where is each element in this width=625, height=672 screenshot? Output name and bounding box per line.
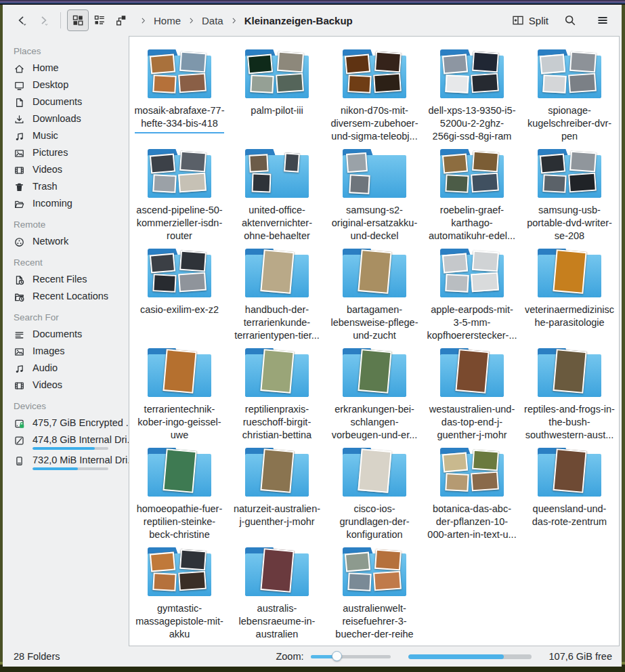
folder-name: westaustralien-und-das-top-end-j-guenthe… (423, 403, 521, 442)
breadcrumb-item-data[interactable]: Data (198, 14, 227, 28)
sidebar-item-home[interactable]: Home (12, 60, 129, 77)
folder-icon (538, 49, 601, 98)
folder-name: ascend-pipeline-50-kommerzieller-isdn-ro… (131, 204, 228, 243)
breadcrumb-item-home[interactable]: Home (150, 14, 184, 28)
photo-thumbnail (553, 448, 586, 493)
folder-icon (148, 49, 211, 98)
folder-item-spionage-kugelschreiber-dvr-pen[interactable]: spionage-kugelschreiber-dvr-pen (521, 46, 618, 146)
sidebar-item-732-0-mib-internal-dri-[interactable]: 732,0 MiB Internal Dri... (12, 452, 129, 472)
details-view-icon (93, 14, 106, 26)
folder-item-casio-exilim-ex-z2[interactable]: casio-exilim-ex-z2 (131, 245, 228, 345)
photo-thumbnail (358, 448, 391, 493)
folder-name: naturzeit-australien-j-guenther-j-mohr (228, 503, 326, 528)
folder-name: mosaik-abrafaxe-77-hefte-334-bis-418 (131, 104, 228, 130)
breadcrumb-item-kleinanzeigen-backup[interactable]: Kleinanzeigen-Backup (241, 14, 356, 28)
folder-name: australienwelt-reisefuehrer-3-buecher-de… (326, 602, 423, 641)
sidebar-item-recent-files[interactable]: Recent Files (12, 271, 129, 288)
breadcrumb-chevron-icon (230, 16, 238, 25)
sidebar-item-videos[interactable]: Videos (12, 377, 129, 394)
folder-name: palm-pilot-iii (247, 104, 306, 117)
folder-item-naturzeit-australien-j-guenther-j-mohr[interactable]: naturzeit-australien-j-guenther-j-mohr (228, 444, 326, 544)
photo-thumbnail (276, 73, 304, 93)
folder-item-gymtastic-massagepistole-mit-akku[interactable]: gymtastic-massagepistole-mit-akku (131, 544, 228, 644)
sidebar-item-trash[interactable]: Trash (12, 178, 129, 195)
sidebar-item-music[interactable]: Music (12, 127, 129, 144)
folder-item-bartagamen-lebensweise-pflege-und-zucht[interactable]: bartagamen-lebensweise-pflege-und-zucht (326, 245, 423, 345)
sidebar-item-pictures[interactable]: Pictures (12, 144, 129, 161)
folder-item-handbuch-der-terrarienkunde-terrarientypen-tier[interactable]: handbuch-der-terrarienkunde-terrarientyp… (228, 245, 326, 345)
downloads-icon (14, 114, 25, 125)
folder-item-apple-earpods-mit-3-5-mm-kopfhoererstecker-[interactable]: apple-earpods-mit-3-5-mm-kopfhoerersteck… (423, 245, 521, 345)
sidebar-item-downloads[interactable]: Downloads (12, 110, 129, 127)
sidebar-item-documents[interactable]: Documents (12, 326, 129, 343)
zoom-slider[interactable] (311, 650, 391, 663)
photo-thumbnail (152, 174, 176, 193)
folder-item-palm-pilot-iii[interactable]: palm-pilot-iii (228, 46, 326, 146)
home-icon (14, 63, 25, 75)
forward-button[interactable] (33, 9, 54, 31)
sidebar-item-desktop[interactable]: Desktop (12, 77, 129, 93)
folder-item-erkrankungen-bei-schlangen-vorbeugen-und-er[interactable]: erkrankungen-bei-schlangen-vorbeugen-und… (326, 345, 423, 444)
folder-name: botanica-das-abc-der-pflanzen-10-000-art… (423, 503, 521, 541)
sidebar-item-474-8-gib-internal-dri-[interactable]: 474,8 GiB Internal Dri... (12, 432, 129, 452)
sidebar-item-videos[interactable]: Videos (12, 161, 129, 178)
folder-item-roebelin-graef-karthago-automatikuhr-edel[interactable]: roebelin-graef-karthago-automatikuhr-ede… (423, 146, 521, 245)
photo-thumbnail (472, 151, 499, 173)
removable-drive-icon (14, 455, 25, 467)
folder-item-queensland-und-das-rote-zentrum[interactable]: queensland-und-das-rote-zentrum (521, 444, 618, 544)
sidebar-item-label: Recent Files (33, 274, 87, 285)
sidebar-item-incoming[interactable]: Incoming (12, 195, 129, 212)
sidebar-item-label: Pictures (33, 147, 68, 158)
sidebar-item-audio[interactable]: Audio (12, 360, 129, 377)
folder-item-nikon-d70s-mit-diversem-zubehoer-und-sigma-teleobj[interactable]: nikon-d70s-mit-diversem-zubehoer-und-sig… (326, 46, 423, 146)
folder-item-botanica-das-abc-der-pflanzen-10-000-arten-in-text-u[interactable]: botanica-das-abc-der-pflanzen-10-000-art… (423, 444, 521, 544)
recent-files-icon (14, 274, 25, 286)
photo-thumbnail (347, 572, 371, 591)
folder-icon (148, 547, 211, 596)
folder-item-homoeopathie-fuer-reptilien-steinke-beck-christine[interactable]: homoeopathie-fuer-reptilien-steinke-beck… (131, 444, 228, 544)
folder-icon (245, 249, 309, 297)
tree-view-button[interactable] (110, 9, 132, 31)
folder-icon (343, 547, 406, 596)
folder-item-mosaik-abrafaxe-77-hefte-334-bis-418[interactable]: mosaik-abrafaxe-77-hefte-334-bis-418 (131, 46, 228, 146)
folder-item-australienwelt-reisefuehrer-3-buecher-der-reihe[interactable]: australienwelt-reisefuehrer-3-buecher-de… (326, 544, 423, 644)
folder-item-samsung-s2-original-ersatzakku-und-deckel[interactable]: samsung-s2-original-ersatzakku-und-decke… (326, 146, 423, 245)
folder-name: australis-lebensraeume-in-australien (228, 602, 326, 641)
sidebar-section-title: Places (14, 46, 129, 56)
folder-item-australis-lebensraeume-in-australien[interactable]: australis-lebensraeume-in-australien (228, 544, 326, 644)
photo-thumbnail (472, 251, 499, 272)
folder-item-reptiles-and-frogs-in-the-bush-southwestern-aust[interactable]: reptiles-and-frogs-in-the-bush-southwest… (521, 345, 618, 444)
back-button[interactable] (11, 9, 33, 31)
icons-view-button[interactable] (67, 9, 89, 31)
folder-item-dell-xps-13-9350-i5-5200u-2-2ghz-256gi-ssd-8gi-ram[interactable]: dell-xps-13-9350-i5-5200u-2-2ghz-256gi-s… (423, 46, 521, 146)
photo-thumbnail (179, 549, 207, 571)
folder-item-cisco-ios-grundlagen-der-konfiguration[interactable]: cisco-ios-grundlagen-der-konfiguration (326, 444, 423, 544)
folder-item-reptilienpraxis-rueschoff-birgit-christian-bettina[interactable]: reptilienpraxis-rueschoff-birgit-christi… (228, 345, 326, 444)
folder-item-united-office-aktenvernichter-ohne-behaelter[interactable]: united-office-aktenvernichter-ohne-behae… (228, 146, 326, 245)
folder-item-veterinaermedizinische-parasitologie[interactable]: veterinaermedizinische-parasitologie (521, 245, 618, 345)
folder-icon (440, 49, 504, 98)
folder-icon (343, 149, 406, 198)
photo-thumbnail (471, 272, 499, 293)
recent-locations-icon (14, 291, 25, 303)
photo-thumbnail (373, 73, 402, 93)
sidebar-item-documents[interactable]: Documents (12, 93, 129, 110)
folder-item-ascend-pipeline-50-kommerzieller-isdn-router[interactable]: ascend-pipeline-50-kommerzieller-isdn-ro… (131, 146, 228, 245)
split-view-icon (512, 14, 524, 26)
folder-item-terrarientechnik-kober-ingo-geissel-uwe[interactable]: terrarientechnik-kober-ingo-geissel-uwe (131, 345, 228, 444)
search-button[interactable] (559, 9, 581, 31)
folder-item-samsung-usb-portable-dvd-writer-se-208[interactable]: samsung-usb-portable-dvd-writer-se-208 (521, 146, 618, 245)
sidebar-item-network[interactable]: Network (12, 233, 129, 250)
folder-icon (148, 348, 211, 397)
zoom-slider-handle[interactable] (332, 651, 342, 661)
split-button[interactable]: Split (512, 14, 548, 26)
folder-name: bartagamen-lebensweise-pflege-und-zucht (326, 303, 423, 342)
sidebar-item-recent-locations[interactable]: Recent Locations (12, 288, 129, 305)
menu-button[interactable] (592, 9, 613, 31)
folder-icon (343, 249, 406, 297)
sidebar-item-images[interactable]: Images (12, 343, 129, 360)
details-view-button[interactable] (89, 9, 110, 31)
music-icon (14, 131, 25, 142)
folder-item-westaustralien-und-das-top-end-j-guenther-j-mohr[interactable]: westaustralien-und-das-top-end-j-guenthe… (423, 345, 521, 444)
sidebar-item-475-7-gib-encrypted-[interactable]: 475,7 GiB Encrypted ... (12, 415, 129, 432)
